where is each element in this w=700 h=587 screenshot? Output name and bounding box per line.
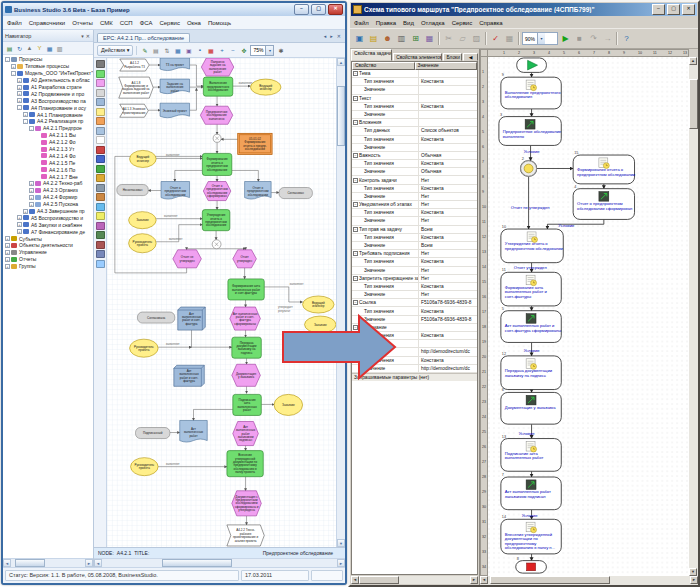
property-row[interactable]: Тип значенияКонстанта [352, 185, 477, 193]
epc-doc-shape[interactable]: Актвыполненныхработ [180, 420, 208, 442]
epc-role-shape[interactable]: Руководительпроекта [129, 234, 157, 253]
expand-icon[interactable]: + [17, 85, 22, 90]
tree-item[interactable]: А4.2.1.5 Пе [3, 159, 93, 166]
epc-note-shape[interactable]: Подписанный [136, 428, 170, 439]
refresh-icon[interactable]: ↻ [15, 44, 24, 53]
property-row[interactable]: ЗначениеНет [352, 291, 477, 299]
palette-shape-icon[interactable] [96, 108, 105, 116]
navigator-hscrollbar[interactable]: ◄ ► [3, 558, 93, 567]
save-icon[interactable]: ▣ [353, 32, 366, 45]
tree-item[interactable]: +А4.2.5 Пускона [3, 201, 93, 208]
epc-obj-shape[interactable]: Актвыполненныхработ и счет-фактура [178, 307, 206, 330]
tree-item[interactable]: А4.2.1.1 Вы [3, 132, 93, 139]
filter-icon[interactable]: Y [35, 44, 44, 53]
property-row[interactable]: ЗначениеНет [352, 193, 477, 201]
epc-note-shape[interactable]: Несогласован [117, 185, 148, 196]
collapse-icon[interactable]: − [353, 276, 358, 281]
fit-icon[interactable]: ✥ [239, 46, 248, 55]
expand-icon[interactable]: + [17, 91, 22, 96]
epc-proc-shape[interactable]: А4.1.3 Эскизноепроектирование [120, 104, 149, 117]
collapse-icon[interactable]: − [353, 300, 358, 305]
collapse-icon[interactable]: − [353, 227, 358, 232]
expand-icon[interactable]: + [17, 78, 22, 83]
tab-epc-a421[interactable]: EPC: A4.2.1 Пр... обследование [97, 33, 190, 42]
r-minimize-button[interactable]: – [652, 4, 665, 15]
step-in-icon[interactable]: → [601, 32, 614, 45]
palette-shape-icon[interactable] [96, 193, 105, 201]
flow-task-block[interactable]: Выполнение предпроектногообследования9 [501, 73, 561, 109]
property-row[interactable]: −Тема [352, 70, 477, 78]
updown-icon[interactable]: ⇅ [162, 46, 171, 55]
paste-icon[interactable]: ▨ [470, 32, 483, 45]
run-icon[interactable]: ▶ [559, 32, 572, 45]
epc-note-shape[interactable]: Согласована [137, 312, 174, 323]
edit-icon[interactable]: ✎ [140, 46, 149, 55]
menu-item-Файл[interactable]: Файл [354, 20, 369, 26]
epc-note-shape[interactable]: Согласован [279, 188, 312, 199]
tree-item[interactable]: +Группы [3, 263, 93, 270]
menu-item-Справочники[interactable]: Справочники [29, 20, 65, 26]
epc-doc-shape[interactable]: Отчет опредпроектномобследовании [161, 182, 190, 200]
epc-ev-shape[interactable]: Отчет опредпроектномобследованиисформиро… [203, 182, 231, 201]
tree-item[interactable]: +А5 Воспроизводство и [3, 214, 93, 221]
tree-item[interactable]: +А0 Деятельность в облас [3, 77, 93, 84]
menu-item-Сервис[interactable]: Сервис [159, 20, 180, 26]
flow-vscrollbar[interactable]: ▲▼ [689, 57, 698, 576]
palette-shape-icon[interactable] [96, 184, 105, 192]
tree-item[interactable]: +А3 Воспроизводство па [3, 97, 93, 104]
save-icon[interactable]: ▪ [195, 46, 204, 55]
property-row[interactable]: −Уведомления об этапахНет [352, 201, 477, 209]
epc-role-shape[interactable]: Заказчик [129, 212, 157, 229]
epc-doc-shape[interactable]: Отчет опредпроектномобследовании [245, 182, 272, 200]
epc-ev-shape[interactable]: Отчетутвержден [233, 250, 257, 268]
epc-xor-shape[interactable] [213, 134, 221, 142]
expand-icon[interactable]: + [5, 250, 10, 255]
epc-ev-shape[interactable]: Отчет неутвержден [173, 250, 202, 268]
property-row[interactable]: ЗначениеВсем [352, 242, 477, 250]
tree-item[interactable]: +А4.2.3 Организ [3, 187, 93, 194]
epc-fn-shape[interactable]: Утверждениеотчета опредпроектномобследов… [202, 210, 230, 231]
epc-vscrollbar[interactable]: ▲ ▼ [336, 58, 345, 547]
palette-shape-icon[interactable] [96, 89, 105, 97]
tree-item[interactable]: А4.2.1.4 Фо [3, 152, 93, 159]
expand-icon[interactable]: + [17, 215, 22, 220]
palette-shape-icon[interactable] [96, 165, 105, 173]
minimize-button[interactable]: – [294, 4, 309, 15]
open-icon[interactable]: ▤ [367, 32, 380, 45]
expand-icon[interactable]: + [29, 195, 34, 200]
menu-item-Справка[interactable]: Справка [479, 20, 503, 26]
flow-state-block[interactable]: Отчет о предпроектномобследовании сформи… [573, 185, 634, 220]
menu-item-Отладка[interactable]: Отладка [421, 20, 445, 26]
epc-ext-shape[interactable]: 05.01.02Формированиеотчета о предпр.обсл… [238, 133, 272, 154]
tab-Блоки[interactable]: Блоки [443, 53, 462, 61]
collapse-panel-button[interactable]: ◀ [463, 53, 478, 61]
table-icon[interactable]: ▦ [503, 32, 516, 45]
property-row[interactable]: −ВажностьОбычная [352, 152, 477, 160]
tree-item[interactable]: -А4.2.1 Предпрое [3, 125, 93, 132]
epc-role-shape[interactable]: Ведущийинженер [303, 296, 334, 313]
tree-item[interactable]: +А4.2.2 Техно-раб [3, 180, 93, 187]
epc-obj-shape[interactable]: Актвыполненныхработ и счет-фактура [174, 365, 204, 386]
stop-icon[interactable]: ■ [573, 32, 586, 45]
palette-shape-icon[interactable] [96, 231, 105, 239]
menu-item-Помощь[interactable]: Помощь [208, 20, 231, 26]
palette-shape-icon[interactable] [96, 79, 105, 87]
tree-item[interactable]: +Отчеты [3, 256, 93, 263]
grid-red-icon[interactable]: ▦ [206, 46, 215, 55]
epc-role-shape[interactable]: Заказчик [274, 394, 303, 415]
flow-task-block[interactable]: Подписание актавыполненных работ13 [501, 435, 561, 472]
epc-fn-shape[interactable]: Формирование актавыполненных работи счет… [228, 279, 264, 300]
print-icon[interactable]: ▥ [55, 44, 64, 53]
collapse-icon[interactable]: - [5, 57, 10, 62]
actions-button[interactable]: Действия ▾ [97, 45, 133, 56]
flow-state-block[interactable]: Предпроектное обследованиевыполнено3 [499, 113, 562, 146]
expand-icon[interactable]: + [5, 236, 10, 241]
property-row[interactable]: −Требовать подписанияНет [352, 250, 477, 258]
image-icon[interactable]: ▣ [184, 46, 193, 55]
expand-icon[interactable]: + [29, 202, 34, 207]
property-row[interactable]: Тип значенияКонстанта [352, 78, 477, 86]
property-row[interactable]: Тип значенияКонстанта [352, 258, 477, 266]
property-row[interactable]: Тип значенияКонстанта [352, 160, 477, 168]
collapse-icon[interactable]: - [29, 126, 34, 131]
palette-shape-icon[interactable] [96, 136, 105, 144]
